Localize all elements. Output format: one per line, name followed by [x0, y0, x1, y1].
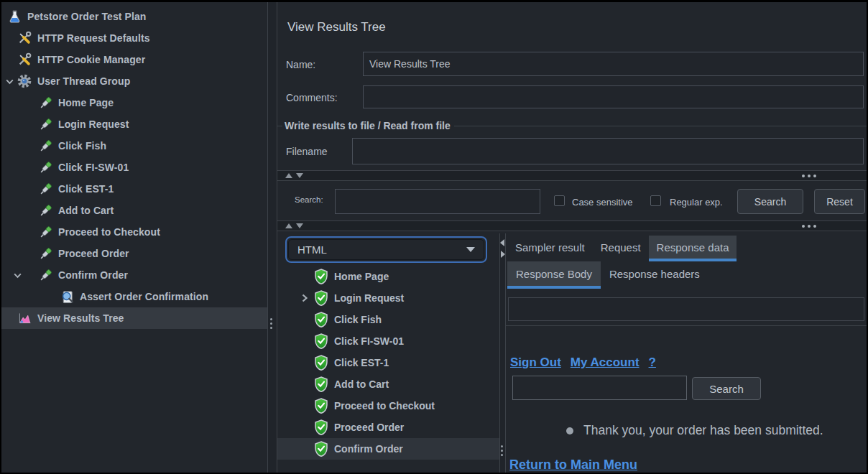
search-input[interactable]: [335, 189, 540, 214]
result-item-label: Login Request: [334, 292, 404, 304]
divider: [506, 325, 867, 326]
splitter-ellipsis-icon[interactable]: [802, 175, 816, 177]
horizontal-splitter-1[interactable]: [277, 170, 867, 181]
sampler-icon: [37, 182, 54, 196]
tree-item-proceed-order[interactable]: Proceed Order: [1, 243, 267, 264]
chevron-down-icon[interactable]: [3, 77, 16, 86]
footer-link-row: Return to Main Menu: [509, 457, 637, 473]
regular-exp-label: Regular exp.: [670, 197, 723, 208]
comments-input[interactable]: [363, 85, 864, 108]
tree-item-login-request[interactable]: Login Request: [1, 113, 267, 135]
shield-check-icon: [313, 441, 329, 457]
tree-item-label: Proceed Order: [58, 248, 129, 259]
grip-icon[interactable]: [270, 318, 272, 329]
sampler-icon: [37, 247, 54, 261]
splitter-ellipsis-icon[interactable]: [802, 225, 816, 228]
filename-input[interactable]: [352, 138, 864, 164]
rendered-search-input[interactable]: [512, 376, 687, 400]
tree-item-label: Petstore Order Test Plan: [27, 11, 147, 22]
help-link[interactable]: ?: [649, 356, 656, 370]
chart-icon: [16, 312, 33, 325]
result-item-click-est-1[interactable]: Click EST-1: [277, 352, 499, 373]
result-item-home-page[interactable]: Home Page: [277, 266, 499, 287]
jmeter-window: Petstore Order Test Plan HTTP Request De…: [0, 0, 868, 474]
grip-icon[interactable]: [501, 445, 503, 456]
horizontal-splitter-2[interactable]: [277, 220, 867, 231]
collapse-up-icon[interactable]: [285, 173, 292, 178]
sampler-icon: [37, 96, 54, 110]
sampler-icon: [37, 204, 54, 218]
result-item-click-fish[interactable]: Click Fish: [277, 309, 499, 330]
shield-check-icon: [313, 290, 329, 306]
tree-item-add-to-cart[interactable]: Add to Cart: [1, 200, 267, 221]
name-label: Name:: [286, 59, 315, 70]
tab-response-body[interactable]: Response Body: [507, 261, 601, 289]
sampler-icon: [37, 139, 54, 153]
tools-icon: [16, 31, 33, 45]
collapse-up-icon[interactable]: [285, 223, 292, 228]
search-button[interactable]: Search: [737, 189, 803, 214]
result-item-login-request[interactable]: Login Request: [277, 287, 499, 309]
tree-item-click-fi-sw-01[interactable]: Click FI-SW-01: [1, 157, 267, 178]
reset-button[interactable]: Reset: [814, 189, 865, 214]
expand-down-icon[interactable]: [296, 223, 303, 228]
chevron-right-icon[interactable]: [299, 294, 310, 302]
tree-item-http-request-defaults[interactable]: HTTP Request Defaults: [1, 27, 267, 49]
tree-item-user-thread-group[interactable]: User Thread Group: [1, 70, 267, 92]
shield-check-icon: [313, 419, 329, 435]
tree-item-test-plan[interactable]: Petstore Order Test Plan: [1, 6, 267, 27]
shield-check-icon: [313, 312, 329, 327]
comments-label: Comments:: [286, 92, 338, 103]
tree-item-click-est-1[interactable]: Click EST-1: [1, 178, 267, 200]
shield-check-icon: [313, 398, 329, 414]
tree-item-http-cookie-manager[interactable]: HTTP Cookie Manager: [1, 49, 267, 70]
tree-item-label: Add to Cart: [58, 205, 114, 216]
tree-item-label: Login Request: [58, 118, 129, 130]
tree-item-label: HTTP Request Defaults: [37, 32, 150, 44]
tab-request[interactable]: Request: [593, 236, 649, 261]
detail-tabs: Sampler result Request Response data: [507, 236, 737, 261]
filename-label: Filename: [286, 146, 328, 157]
chevron-down-icon[interactable]: [11, 271, 24, 280]
return-to-main-menu-link[interactable]: Return to Main Menu: [509, 457, 637, 472]
result-item-label: Add to Cart: [334, 378, 389, 390]
expand-right-icon[interactable]: [501, 251, 505, 258]
result-item-proceed-to-checkout[interactable]: Proceed to Checkout: [277, 395, 499, 417]
collapse-expand-arrows[interactable]: [285, 173, 303, 178]
shield-check-icon: [313, 333, 329, 349]
tree-item-confirm-order[interactable]: Confirm Order: [1, 264, 267, 286]
response-path-field[interactable]: [508, 297, 864, 321]
case-sensitive-checkbox[interactable]: [554, 195, 565, 206]
collapse-expand-arrows[interactable]: [285, 223, 303, 228]
result-item-add-to-cart[interactable]: Add to Cart: [277, 373, 499, 395]
tree-item-assert-order-confirmation[interactable]: Assert Order Confirmation: [1, 286, 267, 307]
tree-item-home-page[interactable]: Home Page: [1, 92, 267, 113]
results-inner-splitter[interactable]: [499, 233, 506, 473]
tab-sampler-result[interactable]: Sampler result: [507, 236, 593, 261]
tree-item-label: View Results Tree: [37, 312, 124, 324]
result-item-click-fi-sw-01[interactable]: Click FI-SW-01: [277, 330, 499, 352]
results-split-area: HTML Home Page Login Request: [277, 233, 867, 473]
shield-check-icon: [313, 355, 329, 371]
renderer-select[interactable]: HTML: [285, 236, 487, 263]
tree-item-label: Click EST-1: [58, 183, 114, 195]
tree-item-view-results-tree[interactable]: View Results Tree: [1, 307, 267, 329]
collapse-left-icon[interactable]: [500, 239, 504, 246]
name-input[interactable]: [363, 52, 864, 76]
tab-response-headers[interactable]: Response headers: [601, 261, 708, 289]
expand-down-icon[interactable]: [296, 173, 303, 178]
results-tree-panel: HTML Home Page Login Request: [277, 233, 499, 473]
tab-response-data[interactable]: Response data: [649, 236, 737, 261]
sign-out-link[interactable]: Sign Out: [510, 356, 561, 370]
result-item-proceed-order[interactable]: Proceed Order: [277, 417, 499, 438]
result-item-confirm-order[interactable]: Confirm Order: [277, 438, 499, 460]
tools-icon: [16, 52, 33, 67]
my-account-link[interactable]: My Account: [571, 356, 640, 370]
main-vertical-splitter[interactable]: [267, 2, 277, 473]
tree-item-proceed-to-checkout[interactable]: Proceed to Checkout: [1, 221, 267, 243]
tree-item-label: Assert Order Confirmation: [80, 291, 208, 302]
regular-exp-checkbox[interactable]: [650, 195, 661, 206]
tree-item-click-fish[interactable]: Click Fish: [1, 135, 267, 157]
renderer-value: HTML: [297, 243, 327, 256]
rendered-search-button[interactable]: Search: [692, 377, 761, 400]
